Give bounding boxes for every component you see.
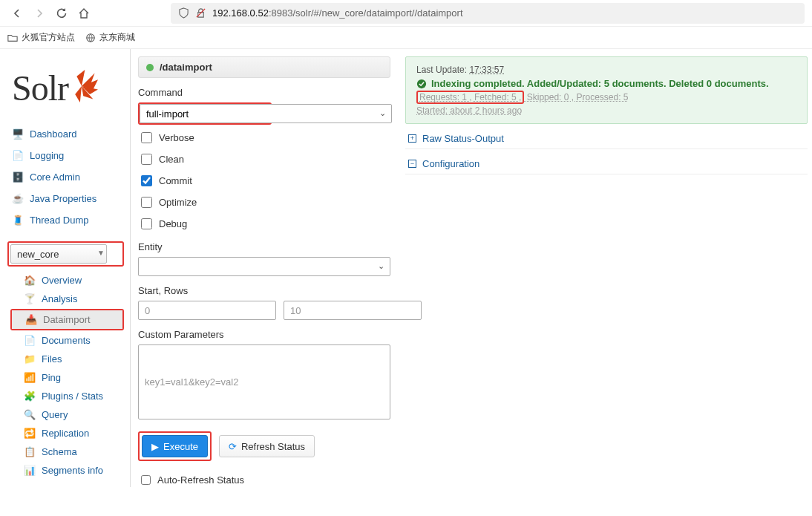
command-select[interactable]: full-import (140, 104, 392, 123)
forward-button[interactable] (30, 4, 49, 23)
back-button[interactable] (7, 4, 27, 23)
subnav-files[interactable]: 📁Files (10, 350, 124, 368)
home-button[interactable] (74, 4, 94, 23)
bookmark-firefox[interactable]: 火狐官方站点 (7, 31, 75, 44)
reload-button[interactable] (52, 4, 71, 23)
check-circle-icon (416, 79, 427, 89)
url-text: 192.168.0.52:8983/solr/#/new_core/dataim… (212, 7, 463, 19)
sidebar-item-javaprops[interactable]: ☕Java Properties (7, 188, 124, 209)
sidebar-item-threaddump[interactable]: 🧵Thread Dump (7, 209, 124, 231)
command-highlight: full-import ⌄ (138, 102, 272, 125)
execute-highlight: ▶ Execute (138, 431, 212, 461)
arrow-right-icon (33, 7, 45, 19)
folder-icon: 📁 (24, 353, 36, 365)
subnav-replication[interactable]: 🔁Replication (10, 424, 124, 442)
execute-button[interactable]: ▶ Execute (142, 435, 208, 457)
path-title: /dataimport (160, 62, 212, 73)
configuration-toggle[interactable]: − Configuration (405, 149, 808, 174)
last-update: Last Update: 17:33:57 (416, 65, 796, 75)
core-selector-highlight: new_core ▼ (7, 241, 124, 267)
java-icon: ☕ (12, 193, 24, 204)
commit-label: Commit (159, 175, 192, 186)
collapse-icon: − (408, 160, 416, 168)
segments-icon: 📊 (24, 465, 36, 476)
sun-icon (65, 70, 98, 102)
log-icon: 📄 (12, 150, 24, 161)
requests-fetched-highlight: Requests: 1 , Fetched: 5 , (416, 91, 524, 104)
subnav-dataimport[interactable]: 📥Dataimport (12, 310, 122, 329)
index-status-panel: Last Update: 17:33:57 Indexing completed… (405, 56, 808, 124)
debug-label: Debug (159, 218, 187, 229)
import-icon: 📥 (25, 314, 37, 325)
svg-point-2 (417, 79, 426, 88)
gauge-icon: 🖥️ (12, 128, 24, 140)
sidebar: Solr 🖥️Dashboard 📄Logging 🗄️Core Admin ☕… (0, 49, 130, 487)
subnav-overview[interactable]: 🏠Overview (10, 271, 124, 290)
status-dot-icon (146, 64, 154, 71)
replication-icon: 🔁 (24, 428, 36, 439)
command-label: Command (138, 87, 390, 98)
customparams-label: Custom Parameters (138, 329, 390, 340)
subnav-segments[interactable]: 📊Segments info (10, 461, 124, 480)
startrows-label: Start, Rows (138, 285, 390, 296)
refresh-status-button[interactable]: ⟳ Refresh Status (219, 435, 315, 457)
folder-icon (7, 33, 18, 43)
debug-checkbox[interactable] (141, 218, 152, 229)
customparams-input[interactable] (138, 344, 390, 419)
browser-toolbar: 192.168.0.52:8983/solr/#/new_core/dataim… (0, 0, 812, 27)
bookmark-bar: 火狐官方站点 京东商城 (0, 27, 812, 49)
subnav-ping[interactable]: 📶Ping (10, 368, 124, 387)
search-icon: 🔍 (24, 409, 36, 420)
solr-logo: Solr (12, 68, 124, 108)
autorefresh-label: Auto-Refresh Status (157, 474, 244, 486)
globe-icon (85, 33, 96, 43)
funnel-icon: 🍸 (24, 293, 36, 304)
entity-select[interactable] (138, 257, 390, 276)
address-bar[interactable]: 192.168.0.52:8983/solr/#/new_core/dataim… (171, 3, 805, 24)
rows-input[interactable] (284, 301, 422, 320)
ping-icon: 📶 (24, 372, 36, 383)
commit-checkbox[interactable] (141, 175, 152, 186)
sidebar-item-dashboard[interactable]: 🖥️Dashboard (7, 123, 124, 145)
shield-icon (178, 7, 189, 19)
verbose-label: Verbose (159, 132, 194, 143)
subnav-schema[interactable]: 📋Schema (10, 442, 124, 461)
clean-label: Clean (159, 154, 184, 165)
core-selector[interactable]: new_core (10, 244, 107, 264)
status-started: Started: about 2 hours ago (416, 105, 796, 116)
sidebar-item-logging[interactable]: 📄Logging (7, 145, 124, 166)
expand-icon: + (408, 134, 416, 143)
subnav-plugins[interactable]: 🧩Plugins / Stats (10, 387, 124, 405)
bookmark-jd[interactable]: 京东商城 (85, 31, 135, 44)
optimize-checkbox[interactable] (141, 197, 152, 208)
plugin-icon: 🧩 (24, 391, 36, 402)
entity-label: Entity (138, 241, 390, 252)
status-main-text: Indexing completed. Added/Updated: 5 doc… (431, 78, 769, 89)
start-input[interactable] (138, 301, 276, 320)
subnav-query[interactable]: 🔍Query (10, 405, 124, 424)
raw-status-toggle[interactable]: + Raw Status-Output (405, 124, 808, 149)
verbose-checkbox[interactable] (141, 132, 152, 143)
play-icon: ▶ (151, 441, 159, 452)
subnav-documents[interactable]: 📄Documents (10, 331, 124, 350)
refresh-icon: ⟳ (229, 441, 237, 452)
thread-icon: 🧵 (12, 215, 24, 226)
autorefresh-checkbox[interactable] (141, 475, 151, 485)
doc-icon: 📄 (24, 335, 36, 346)
clean-checkbox[interactable] (141, 154, 152, 165)
home-icon (78, 7, 90, 19)
sidebar-item-coreadmin[interactable]: 🗄️Core Admin (7, 166, 124, 188)
db-icon: 🗄️ (12, 172, 24, 183)
insecure-lock-icon (195, 7, 206, 19)
reload-icon (56, 7, 68, 19)
house-icon: 🏠 (24, 275, 36, 286)
arrow-left-icon (11, 7, 23, 19)
status-counts: Requests: 1 , Fetched: 5 , Skipped: 0 , … (416, 92, 796, 102)
subnav-analysis[interactable]: 🍸Analysis (10, 290, 124, 308)
path-bar: /dataimport (138, 56, 390, 78)
subnav-dataimport-highlight: 📥Dataimport (10, 309, 124, 330)
optimize-label: Optimize (159, 197, 197, 208)
schema-icon: 📋 (24, 446, 36, 457)
